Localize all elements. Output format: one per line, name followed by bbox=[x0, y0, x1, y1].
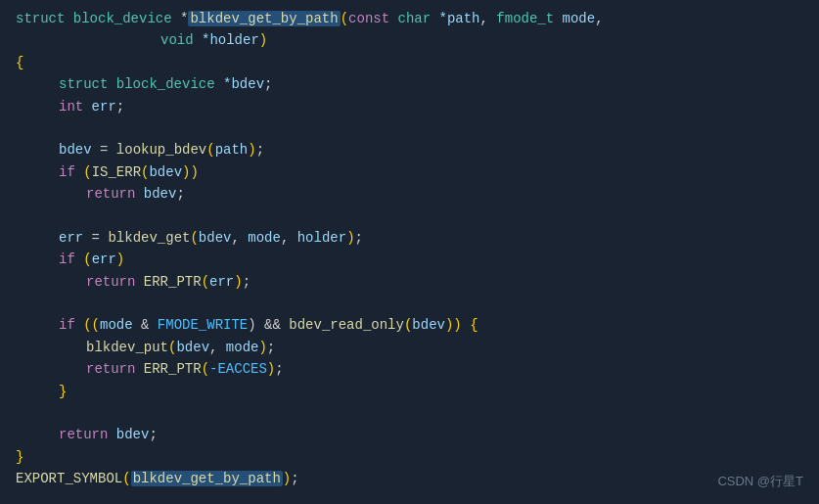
code-line: return bdev; bbox=[0, 424, 819, 445]
code-token: struct bbox=[16, 11, 73, 26]
code-line: struct block_device *bdev; bbox=[0, 73, 819, 95]
code-tokens bbox=[16, 206, 803, 227]
code-tokens: return bdev; bbox=[86, 183, 803, 205]
code-line: } bbox=[0, 446, 819, 468]
code-token: bdev bbox=[412, 317, 445, 333]
code-line: return ERR_PTR(-EACCES); bbox=[0, 358, 819, 380]
code-token: -EACCES bbox=[209, 361, 267, 377]
code-token: int bbox=[59, 99, 92, 115]
code-token: ; bbox=[275, 361, 283, 377]
code-token: mode bbox=[554, 11, 595, 26]
code-token: *holder bbox=[202, 32, 259, 48]
code-token: path bbox=[215, 142, 249, 158]
code-token: ( bbox=[122, 471, 130, 486]
code-token: blkdev_get_by_path bbox=[131, 471, 283, 486]
code-tokens: } bbox=[59, 381, 803, 402]
code-token: ; bbox=[291, 471, 298, 486]
code-token: bdev bbox=[59, 142, 92, 158]
code-viewer: struct block_device *blkdev_get_by_path(… bbox=[0, 0, 819, 504]
code-token: } bbox=[59, 384, 67, 399]
code-line: err = blkdev_get(bdev, mode, holder); bbox=[0, 227, 819, 249]
code-token: , bbox=[281, 230, 297, 246]
code-tokens: return bdev; bbox=[59, 424, 803, 445]
code-token: return bbox=[59, 427, 116, 442]
code-token: ( bbox=[341, 11, 348, 26]
code-token: bdev bbox=[199, 230, 232, 246]
code-token: IS_ERR bbox=[92, 164, 141, 180]
code-token: mode bbox=[226, 340, 259, 355]
code-token: ; bbox=[243, 274, 250, 290]
code-token: *path bbox=[439, 11, 480, 26]
code-line bbox=[0, 117, 819, 139]
code-token: if bbox=[59, 252, 83, 267]
code-line: return bdev; bbox=[0, 183, 819, 205]
code-token: EXPORT_SYMBOL bbox=[16, 471, 122, 486]
code-token: ( bbox=[190, 230, 198, 246]
code-token: ; bbox=[264, 76, 272, 92]
code-line: if ((mode & FMODE_WRITE) && bdev_read_on… bbox=[0, 314, 819, 336]
code-tokens: blkdev_put(bdev, mode); bbox=[86, 337, 803, 358]
watermark-text: CSDN @行星T bbox=[717, 472, 803, 492]
code-token: *bdev bbox=[223, 76, 264, 92]
code-token: ) && bbox=[248, 317, 289, 333]
code-tokens: int err; bbox=[59, 96, 803, 117]
code-token: ( bbox=[83, 164, 91, 180]
code-token: , bbox=[480, 11, 497, 26]
code-token: blkdev_get bbox=[108, 230, 190, 246]
code-token: } bbox=[16, 449, 23, 465]
code-token: blkdev_put bbox=[86, 340, 168, 355]
code-token: bdev bbox=[149, 164, 182, 180]
code-token: ( bbox=[202, 361, 209, 377]
code-line: EXPORT_SYMBOL(blkdev_get_by_path); bbox=[0, 468, 819, 489]
code-tokens: return ERR_PTR(-EACCES); bbox=[86, 358, 803, 380]
code-line: return ERR_PTR(err); bbox=[0, 271, 819, 293]
code-token: ) bbox=[267, 361, 275, 377]
code-line: struct block_device *blkdev_get_by_path(… bbox=[0, 8, 819, 29]
code-line: if (err) bbox=[0, 249, 819, 270]
code-tokens: if (err) bbox=[59, 249, 803, 270]
code-line bbox=[0, 293, 819, 314]
code-token: ( bbox=[206, 142, 214, 158]
code-token: struct bbox=[59, 76, 116, 92]
code-token: , bbox=[595, 11, 603, 26]
code-token: void bbox=[160, 32, 202, 48]
code-tokens: if ((mode & FMODE_WRITE) && bdev_read_on… bbox=[59, 314, 803, 336]
code-token: (( bbox=[83, 317, 100, 333]
code-line: bdev = lookup_bdev(path); bbox=[0, 139, 819, 160]
code-token: return bbox=[86, 274, 144, 290]
code-token: block_device bbox=[73, 11, 180, 26]
code-token: ( bbox=[83, 252, 91, 267]
code-token: char bbox=[398, 11, 439, 26]
code-token: , bbox=[209, 340, 226, 355]
code-token: return bbox=[86, 186, 144, 202]
code-token: ERR_PTR bbox=[144, 274, 202, 290]
code-token: ; bbox=[256, 142, 264, 158]
code-tokens: struct block_device *bdev; bbox=[59, 73, 803, 95]
code-token: err bbox=[59, 230, 83, 246]
code-token: blkdev_get_by_path bbox=[188, 11, 340, 26]
code-tokens: struct block_device *blkdev_get_by_path(… bbox=[16, 8, 803, 29]
code-token: ) bbox=[283, 471, 291, 486]
code-token: lookup_bdev bbox=[116, 142, 206, 158]
code-token: ; bbox=[267, 340, 275, 355]
code-tokens: bdev = lookup_bdev(path); bbox=[59, 139, 803, 160]
code-token: ERR_PTR bbox=[144, 361, 202, 377]
code-token: = bbox=[92, 142, 116, 158]
code-token: bdev bbox=[176, 340, 209, 355]
code-token: FMODE_WRITE bbox=[158, 317, 248, 333]
code-tokens: } bbox=[16, 446, 803, 468]
code-line: if (IS_ERR(bdev)) bbox=[0, 161, 819, 183]
code-token: )) bbox=[445, 317, 470, 333]
code-token: ) bbox=[190, 164, 198, 180]
code-token: bdev bbox=[144, 186, 177, 202]
code-token: bdev_read_only bbox=[289, 317, 404, 333]
code-token: { bbox=[470, 317, 478, 333]
code-tokens: void *holder) bbox=[160, 29, 803, 51]
code-tokens: err = blkdev_get(bdev, mode, holder); bbox=[59, 227, 803, 249]
code-line: } bbox=[0, 381, 819, 402]
code-token: ( bbox=[202, 274, 209, 290]
code-token: ) bbox=[346, 230, 354, 246]
code-line: blkdev_put(bdev, mode); bbox=[0, 337, 819, 358]
code-line bbox=[0, 206, 819, 227]
code-tokens: EXPORT_SYMBOL(blkdev_get_by_path); bbox=[16, 468, 803, 489]
